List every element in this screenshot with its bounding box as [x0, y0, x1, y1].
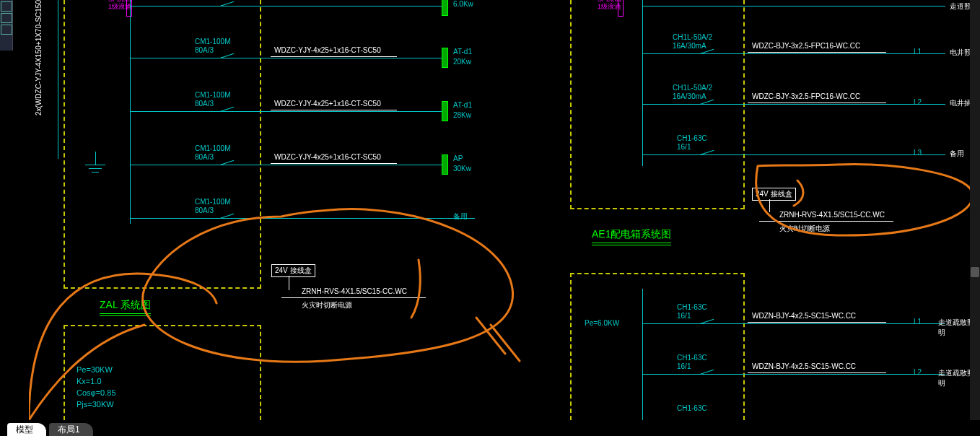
spd-icon — [126, 0, 132, 17]
hand-annotation-icon — [29, 0, 980, 420]
breaker-label: CM1-100M 80A/3 — [195, 38, 230, 55]
breaker-label: CM1-100M 80A/3 — [195, 198, 230, 215]
circuit-line — [130, 111, 444, 112]
circuit-line — [130, 165, 444, 165]
relay-box-label: 24V 接线盒 — [752, 188, 796, 201]
busbar-line — [58, 0, 58, 159]
vertical-scrollbar[interactable] — [970, 0, 980, 420]
breaker-label: CH1L-50A/2 16A/30mA — [673, 33, 712, 51]
breaker-label: CH1-63C 16/1 — [677, 354, 707, 371]
device-box — [442, 0, 448, 16]
cable-underline — [748, 103, 886, 103]
cable-label: WDZC-BJY-3x2.5-FPC16-WC.CC — [752, 42, 860, 50]
cable-underline — [281, 297, 426, 298]
tab-layout1[interactable]: 布局1 — [49, 423, 93, 436]
breaker-label: CM1-100M 80A/3 — [195, 144, 230, 162]
enclosure-border — [64, 287, 261, 289]
panel-title-ae1: AE1配电箱系统图 — [592, 228, 671, 245]
circuit-line — [130, 6, 444, 6]
zrnh-note: 火灾时切断电源 — [779, 224, 830, 234]
breaker-label: CM1-100M 80A/3 — [195, 91, 230, 108]
tab-model[interactable]: 模型 — [7, 423, 46, 436]
supply-cable-label: 2x(WDZC-YJY-4X150+1X70-SC150-FC) — [35, 0, 43, 115]
enclosure-border — [570, 208, 745, 209]
internal-bus — [642, 0, 643, 166]
cable-label: WDZC-YJY-4x25+1x16-CT-SC50 — [274, 46, 381, 54]
tool-icon[interactable] — [1, 13, 12, 23]
device-box — [442, 48, 448, 68]
internal-bus — [642, 289, 643, 420]
connector-line — [769, 199, 770, 212]
circuit-line — [642, 323, 945, 324]
spd-icon — [618, 0, 624, 17]
zrnh-cable-label: ZRNH-RVS-4X1.5/SC15-CC.WC — [779, 211, 885, 219]
ground-icon — [85, 152, 105, 173]
breaker-label: CH1-63C 16/1 — [677, 303, 707, 321]
cable-underline — [271, 110, 397, 110]
device-box — [442, 101, 448, 121]
device-power: 6.0Kw — [453, 0, 473, 9]
breaker-label: CH1-63C — [677, 404, 707, 413]
circuit-id: L2 — [914, 98, 922, 106]
circuit-id: L3 — [914, 149, 922, 157]
cable-underline — [748, 372, 886, 373]
cable-underline — [271, 163, 397, 164]
device-power: 30Kw — [453, 165, 471, 173]
enclosure-border — [64, 325, 261, 326]
enclosure-border — [260, 325, 261, 420]
internal-bus — [130, 0, 131, 224]
scrollbar-thumb[interactable] — [971, 267, 979, 277]
tool-icon[interactable] — [1, 25, 12, 35]
cable-underline — [748, 52, 886, 53]
enclosure-border — [570, 0, 572, 209]
drawing-canvas[interactable]: 2x(WDZC-YJY-4X150+1X70-SC150-FC) SPD201 … — [14, 0, 980, 420]
cable-label: WDZN-BJY-4x2.5-SC15-WC.CC — [752, 312, 856, 320]
breaker-label: CH1L-50A/2 16A/30mA — [673, 84, 712, 101]
circuit-line — [130, 58, 444, 58]
circuit-line — [642, 53, 945, 54]
layout-tabs: 模型 布局1 — [0, 420, 980, 436]
circuit-id: L1 — [914, 318, 922, 326]
device-label: AT-d1 — [453, 48, 472, 56]
spare-label: 备用 — [453, 212, 468, 221]
panel-parameters: Pe=30KW Kx=1.0 Cosφ=0.85 Pjs=30KW — [76, 364, 116, 410]
cable-label: WDZC-YJY-4x25+1x16-CT-SC50 — [274, 100, 381, 108]
circuit-id: L1 — [914, 48, 922, 56]
circuit-line — [642, 374, 945, 375]
usage-label: 备用 — [950, 149, 964, 159]
device-power: 20Kw — [453, 58, 471, 66]
tool-icon[interactable] — [1, 1, 12, 12]
relay-box-label: 24V 接线盒 — [271, 264, 315, 277]
device-label: AP — [453, 154, 463, 163]
enclosure-border — [570, 273, 745, 274]
zrnh-note: 火灾时切断电源 — [302, 300, 352, 310]
enclosure-border — [570, 273, 572, 420]
circuit-line — [130, 218, 475, 219]
circuit-line — [642, 104, 945, 105]
enclosure-border — [743, 0, 745, 209]
circuit-id: L2 — [914, 368, 922, 376]
breaker-label: CH1-63C 16/1 — [677, 134, 707, 152]
zrnh-cable-label: ZRNH-RVS-4X1.5/SC15-CC.WC — [302, 287, 407, 295]
cable-label: WDZN-BJY-4x2.5-SC15-WC.CC — [752, 362, 856, 370]
cable-underline — [271, 56, 397, 57]
cable-underline — [759, 221, 893, 222]
panel-title-zal: ZAL 系统图 — [100, 299, 151, 316]
enclosure-border — [64, 325, 65, 420]
cable-label: WDZC-BJY-3x2.5-FPC16-WC.CC — [752, 92, 860, 100]
enclosure-border — [743, 273, 745, 420]
pe-label: Pe=6.0KW — [585, 319, 619, 328]
connector-line — [289, 276, 289, 290]
device-box — [442, 154, 448, 175]
cable-label: WDZC-YJY-4x25+1x16-CT-SC50 — [274, 153, 381, 161]
left-toolbar — [0, 0, 13, 51]
enclosure-border — [64, 0, 65, 289]
cable-underline — [748, 322, 886, 323]
circuit-line — [642, 6, 945, 6]
device-power: 28Kw — [453, 111, 471, 120]
enclosure-border — [260, 0, 261, 289]
device-label: AT-d1 — [453, 101, 472, 110]
circuit-line — [642, 154, 945, 155]
